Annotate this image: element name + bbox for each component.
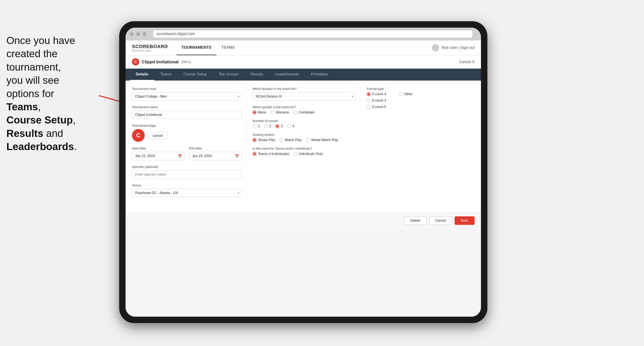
division-group: Which division is the event for? NCAA Di… [252,87,356,101]
tab-leaderboards[interactable]: Leaderboards [269,69,305,81]
delete-button[interactable]: Delete [404,216,426,225]
format-5count4-radio[interactable] [367,92,370,96]
rounds-3-radio[interactable] [276,124,279,128]
rounds-4[interactable]: 4 [287,124,294,128]
cancel-x-button[interactable]: Cancel X [459,60,474,64]
rounds-1[interactable]: 1 [252,124,260,128]
explanatory-text: Once you have created the tournament, yo… [0,30,104,158]
scoring-group: Scoring system Stroke Play Match Play [252,133,356,142]
tournament-host-group: Tournament Host Clippd College - Men [132,87,242,101]
end-label: End date [189,147,242,150]
teams-plus-radio[interactable] [252,152,256,156]
app-content: SCOREBOARD Powered by clippd TOURNAMENTS… [126,40,481,317]
tab-course-setup[interactable]: Course Setup [178,69,213,81]
logo-label: Tournament logo [132,124,242,127]
tournament-name-group: Tournament name [132,105,242,119]
rounds-3[interactable]: 3 [276,124,283,128]
tournament-header: C Clippd Invitational (Men) Cancel X [126,55,481,69]
format-6count5[interactable]: 6 count 5 [367,105,474,109]
form-grid: Tournament Host Clippd College - Men Tou… [132,87,474,206]
format-other-radio[interactable] [399,92,403,96]
format-6count4-radio[interactable] [367,99,370,102]
sponsor-input[interactable] [132,170,242,179]
logo-subtitle: Powered by clippd [132,49,168,52]
rounds-1-radio[interactable] [252,124,256,128]
format-5count4[interactable]: 5 count 4 [367,92,386,96]
tournament-type: (Men) [181,60,191,64]
browser-chrome: scoreboard.clippd.com [126,28,481,40]
browser-dot-3 [142,32,146,36]
sponsor-label: Sponsor (optional) [132,165,242,169]
gender-womens-radio[interactable] [270,111,274,114]
scoring-medal-radio[interactable] [306,138,310,142]
format-type-group: Format type 5 count 4 Other [367,87,474,109]
format-radio-group: 5 count 4 Other 6 count 4 [367,92,474,109]
division-label: Which division is the event for? [252,87,356,91]
form-column-3: Format type 5 count 4 Other [360,87,474,206]
nav-tournaments[interactable]: TOURNAMENTS [176,40,216,55]
cancel-button[interactable]: Cancel [429,216,452,225]
tablet-screen: scoreboard.clippd.com SCOREBOARD Powered… [126,28,481,317]
user-avatar [432,44,439,51]
start-date-input[interactable] [132,152,185,160]
end-date-group: End date [189,147,242,160]
rounds-group: Number of rounds 1 2 [252,119,356,128]
form-column-1: Tournament Host Clippd College - Men Tou… [132,87,246,206]
tab-tee-groups[interactable]: Tee Groups [213,69,244,81]
url-bar[interactable]: scoreboard.clippd.com [153,30,472,38]
teams-plus-individuals[interactable]: Teams (+Individuals) [252,152,289,156]
tab-teams[interactable]: Teams [154,69,178,81]
form-footer: Delete Cancel Save [126,212,481,229]
sponsor-group: Sponsor (optional) [132,165,242,179]
tab-details[interactable]: Details [130,69,154,81]
upload-button[interactable]: Upload [148,132,167,139]
logo: SCOREBOARD Powered by clippd [132,44,168,52]
end-date-input[interactable] [189,152,242,160]
gender-mens[interactable]: Mens [252,111,266,114]
gender-radio-group: Mens Womens Combined [252,111,356,114]
rounds-radio-group: 1 2 3 [252,124,356,128]
nav-teams[interactable]: TEAMS [216,40,240,55]
individuals-only[interactable]: Individuals Only [294,152,323,156]
gender-combined-radio[interactable] [294,111,297,114]
tab-results[interactable]: Results [244,69,269,81]
division-select[interactable]: NCAA Division III [252,92,356,101]
logo-title: SCOREBOARD [132,44,168,49]
format-6count4[interactable]: 6 count 4 [367,99,474,102]
venue-group: Venue Peachtree GC - Atlanta - GA [132,183,242,197]
host-select[interactable]: Clippd College - Men [132,92,242,101]
scoring-stroke[interactable]: Stroke Play [252,138,276,142]
individuals-only-radio[interactable] [294,152,297,156]
logo-upload-area: C Upload [132,129,242,142]
scoring-medal-match[interactable]: Medal Match Play [306,138,338,142]
form-column-2: Which division is the event for? NCAA Di… [246,87,360,206]
format-6count5-radio[interactable] [367,105,370,109]
name-input[interactable] [132,111,242,119]
browser-dot-2 [136,32,140,36]
gender-group: Which gender is the event for? Mens Wome… [252,105,356,114]
rounds-label: Number of rounds [252,119,356,123]
tabs-bar: Details Teams Course Setup Tee Groups Re… [126,69,481,81]
tab-printables[interactable]: Printables [305,69,334,81]
tournament-icon: C [132,58,139,65]
user-area: Test User | Sign out [432,44,474,51]
format-label: Format type [367,87,474,91]
rounds-2-radio[interactable] [264,124,268,128]
gender-womens[interactable]: Womens [270,111,289,114]
venue-select[interactable]: Peachtree GC - Atlanta - GA [132,189,242,197]
format-other[interactable]: Other [399,92,413,96]
gender-combined[interactable]: Combined [294,111,314,114]
user-text[interactable]: Test User | Sign out [441,45,474,50]
gender-mens-radio[interactable] [252,111,256,114]
scoring-match[interactable]: Match Play [280,138,302,142]
rounds-2[interactable]: 2 [264,124,271,128]
form-content: Tournament Host Clippd College - Men Tou… [126,81,481,212]
tournament-title: C Clippd Invitational (Men) [132,58,191,65]
teams-label: Is this event for Teams and/or Individua… [252,147,356,150]
scoring-stroke-radio[interactable] [252,138,256,142]
save-button[interactable]: Save [454,216,474,225]
scoring-match-radio[interactable] [280,138,283,142]
teams-group: Is this event for Teams and/or Individua… [252,147,356,156]
tablet-device: scoreboard.clippd.com SCOREBOARD Powered… [119,21,487,323]
rounds-4-radio[interactable] [287,124,291,128]
